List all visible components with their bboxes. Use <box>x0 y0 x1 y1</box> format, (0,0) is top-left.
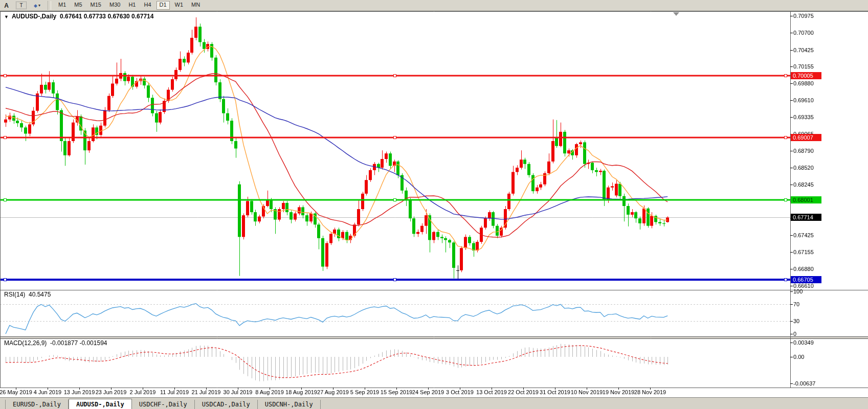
rsi-value: 40.5475 <box>29 291 51 298</box>
date-label: 24 Sep 2019 <box>412 389 444 395</box>
mt4-window: A T ◆ ▾ M1M5M15M30H1H4D1W1MN ▼AUDUSD-,Da… <box>0 0 868 409</box>
styles-icon: ◆ <box>34 3 37 8</box>
chart-shift-marker[interactable] <box>673 12 679 16</box>
timeframe-button-m1[interactable]: M1 <box>55 1 69 10</box>
timeframe-button-d1[interactable]: D1 <box>157 1 170 10</box>
date-label: 23 Jun 2019 <box>96 389 127 395</box>
chart-ohlc-values: 0.67641 0.67733 0.67630 0.67714 <box>60 13 154 20</box>
chart-tab-bar: EURUSD-,DailyAUDUSD-,DailyUSDCHF-,DailyU… <box>0 397 868 409</box>
hline-price-label[interactable]: 0.69007 <box>791 134 821 141</box>
timeframe-button-m5[interactable]: M5 <box>71 1 85 10</box>
macd-axis-label: 0.00 <box>793 353 804 360</box>
price-chart-canvas[interactable] <box>0 0 868 409</box>
date-label: 8 Aug 2019 <box>255 389 284 395</box>
price-tick-label: 0.70155 <box>793 63 814 70</box>
rsi-name: RSI(14) <box>4 291 25 298</box>
price-tick-label: 0.70425 <box>793 47 814 54</box>
rsi-axis-label: 100 <box>793 288 803 295</box>
date-label: 28 Nov 2019 <box>634 389 666 395</box>
date-label: 22 Oct 2019 <box>508 389 539 395</box>
date-label: 21 Jul 2019 <box>192 389 221 395</box>
price-tick-label: 0.70975 <box>793 12 814 19</box>
chart-tab-usdchf[interactable]: USDCHF-,Daily <box>132 400 195 409</box>
date-label: 13 Oct 2019 <box>476 389 507 395</box>
date-label: 27 Aug 2019 <box>317 389 349 395</box>
macd-name: MACD(12,26,9) <box>4 339 47 347</box>
timeframe-button-h4[interactable]: H4 <box>141 1 154 10</box>
timeframe-button-m30[interactable]: M30 <box>106 1 123 10</box>
timeframe-button-h1[interactable]: H1 <box>125 1 139 10</box>
chart-title: ▼AUDUSD-,Daily 0.67641 0.67733 0.67630 0… <box>4 13 153 20</box>
price-tick-label: 0.66880 <box>793 265 814 272</box>
date-label: 18 Aug 2019 <box>285 389 317 395</box>
hline-price-label[interactable]: 0.66705 <box>791 276 821 283</box>
date-label: 15 Sep 2019 <box>381 389 412 395</box>
price-tick-label: 0.69880 <box>793 80 814 87</box>
date-label: 5 Sep 2019 <box>350 389 379 395</box>
price-tick-label: 0.68245 <box>793 181 814 188</box>
rsi-axis-label: 70 <box>793 301 799 308</box>
date-label: 13 Jun 2019 <box>64 389 95 395</box>
timeframe-button-m15[interactable]: M15 <box>87 1 104 10</box>
current-price-label: 0.67714 <box>791 214 821 221</box>
chart-symbol-period: AUDUSD-,Daily <box>12 13 56 20</box>
hline-price-label[interactable]: 0.68001 <box>791 196 821 203</box>
timeframe-button-group: M1M5M15M30H1H4D1W1MN <box>54 1 204 10</box>
price-tick-label: 0.67155 <box>793 248 814 256</box>
line-styles-tool-button[interactable]: ◆ ▾ <box>31 1 43 10</box>
macd-axis-label: 0.00349 <box>793 339 814 346</box>
date-label: 30 Jul 2019 <box>224 389 253 395</box>
date-label: 2 Jul 2019 <box>130 389 156 395</box>
arrow-tool-button[interactable]: A <box>1 1 12 10</box>
price-tick-label: 0.68520 <box>793 164 814 171</box>
date-label: 4 Jun 2019 <box>34 389 61 395</box>
rsi-indicator-label: RSI(14) 40.5475 <box>4 291 51 298</box>
chart-tab-eurusd[interactable]: EURUSD-,Daily <box>5 400 69 409</box>
date-label: 10 Nov 2019 <box>571 389 603 395</box>
price-tick-label: 0.68790 <box>793 147 814 154</box>
chart-tab-usdcad[interactable]: USDCAD-,Daily <box>195 400 258 409</box>
rsi-axis-label: 0 <box>793 330 796 337</box>
macd-axis-label: -0.00637 <box>793 380 815 387</box>
date-label: 11 Jul 2019 <box>160 389 189 395</box>
toolbar: A T ◆ ▾ M1M5M15M30H1H4D1W1MN <box>0 0 868 11</box>
timeframe-button-w1[interactable]: W1 <box>172 1 187 10</box>
date-label: 31 Oct 2019 <box>540 389 570 395</box>
price-tick-label: 0.70700 <box>793 29 814 36</box>
macd-indicator-label: MACD(12,26,9) -0.001877 -0.001594 <box>4 339 107 347</box>
macd-values: -0.001877 -0.001594 <box>50 339 107 347</box>
toolbar-separator <box>48 1 51 10</box>
hline-price-label[interactable]: 0.70005 <box>791 72 821 79</box>
chart-tab-audusd[interactable]: AUDUSD-,Daily <box>69 399 132 409</box>
price-tick-label: 0.69610 <box>793 97 814 104</box>
timeframe-button-mn[interactable]: MN <box>188 1 203 10</box>
rsi-axis-label: 30 <box>793 317 799 325</box>
price-tick-label: 0.67425 <box>793 232 814 239</box>
price-tick-label: 0.69335 <box>793 113 814 121</box>
date-label: 3 Oct 2019 <box>446 389 474 395</box>
date-label: 26 May 2019 <box>0 389 32 395</box>
chart-dropdown-arrow-icon[interactable]: ▼ <box>4 14 9 19</box>
text-tool-button[interactable]: T <box>16 2 27 9</box>
chart-tab-usdcnh[interactable]: USDCNH-,Daily <box>258 400 321 409</box>
date-label: 19 Nov 2019 <box>603 389 634 395</box>
chevron-down-icon: ▾ <box>38 3 40 8</box>
